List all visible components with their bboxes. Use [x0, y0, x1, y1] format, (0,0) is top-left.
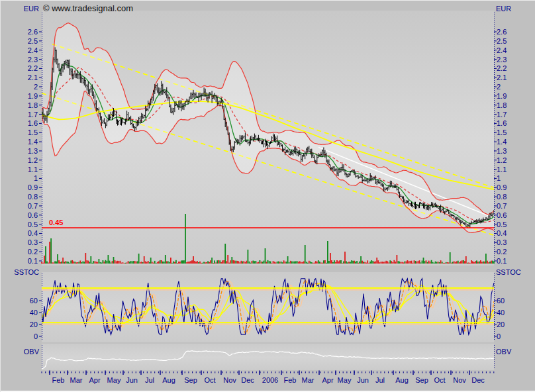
copyright-text: © www.tradesignal.com [43, 3, 133, 13]
x-axis-label-jul: Jul [145, 376, 154, 385]
price-ytick-label-right: 0.2 [497, 247, 507, 256]
price-ytick-label-right: 0.1 [497, 256, 507, 266]
sstoc-ytick-label-right: 60 [497, 296, 505, 305]
price-ytick-label-right: 1.1 [497, 165, 507, 174]
sstoc-ytick-label-left: 60 [14, 296, 38, 305]
sstoc-panel-label-right: SSTOC [496, 268, 521, 277]
price-ytick-label-right: 2 [497, 82, 501, 91]
x-axis-label-2006: 2006 [262, 376, 278, 385]
price-ytick-label-right: 1.2 [497, 156, 507, 165]
x-axis-label-nov: Nov [223, 376, 236, 385]
x-axis-label-mar: Mar [302, 376, 315, 385]
price-ytick-label-left: 0.6 [14, 211, 38, 220]
price-ytick-label-left: 1.4 [14, 137, 38, 146]
x-axis-label-dec: Dec [241, 376, 254, 385]
support-level-label: 0.45 [49, 219, 63, 226]
x-axis-label-mar: Mar [70, 376, 83, 385]
sstoc-ytick-label-right: 40 [497, 308, 505, 317]
price-ytick-label-right: 2.6 [497, 27, 507, 36]
price-ytick-label-right: 0.4 [497, 228, 507, 238]
price-ytick-label-left: 2 [14, 82, 38, 91]
x-axis-label-sep: Sep [184, 376, 197, 385]
sstoc-ytick-label-right: 0 [497, 332, 501, 341]
obv-panel-label-left: OBV [7, 348, 39, 356]
price-ytick-label-right: 1.3 [497, 146, 507, 156]
x-axis-label-apr: Apr [89, 376, 100, 385]
price-ytick-label-left: 1.9 [14, 91, 38, 101]
sstoc-ytick-label-left: 40 [14, 308, 38, 317]
price-ytick-label-left: 1 [14, 173, 38, 183]
price-ytick-label-right: 0.6 [497, 211, 507, 220]
price-ytick-label-left: 1.5 [14, 128, 38, 137]
price-ytick-label-right: 0.7 [497, 201, 507, 211]
price-ytick-label-right: 1.6 [497, 119, 507, 128]
price-ytick-label-right: 0.5 [497, 220, 507, 229]
price-ytick-label-left: 0.9 [14, 183, 38, 192]
x-axis-label-feb: Feb [284, 376, 297, 385]
price-ytick-label-right: 1.4 [497, 137, 507, 146]
price-ytick-label-left: 0.2 [14, 247, 38, 256]
obv-panel-bg [42, 344, 494, 370]
price-ytick-label-left: 1.2 [14, 156, 38, 165]
price-ytick-label-right: 1 [497, 173, 501, 183]
x-axis-label-oct: Oct [434, 376, 445, 385]
price-ytick-label-right: 2.5 [497, 36, 507, 46]
x-axis-label-aug: Aug [395, 376, 409, 385]
x-axis-label-apr: Apr [322, 376, 333, 385]
price-ytick-label-left: 1.6 [14, 119, 38, 128]
price-unit-label-right: EUR [496, 5, 511, 13]
price-ytick-label-right: 0.9 [497, 183, 507, 192]
price-ytick-label-left: 0.1 [14, 256, 38, 266]
sstoc-ytick-label-right: 20 [497, 320, 505, 329]
x-axis-label-jun: Jun [357, 376, 369, 385]
price-ytick-label-left: 0.4 [14, 228, 38, 238]
price-ytick-label-left: 0.3 [14, 238, 38, 247]
sstoc-panel-label-left: SSTOC [7, 268, 39, 277]
price-ytick-label-left: 1.3 [14, 146, 38, 156]
price-ytick-label-right: 1.9 [497, 91, 507, 101]
price-ytick-label-left: 0.8 [14, 192, 38, 201]
x-axis-label-may: May [338, 376, 352, 385]
x-axis-label-jul: Jul [375, 376, 385, 385]
price-ytick-label-left: 1.1 [14, 165, 38, 174]
price-ytick-label-right: 2.2 [497, 64, 507, 73]
price-ytick-label-left: 1.8 [14, 101, 38, 110]
tradesignal-chart-window: EUR © www.tradesignal.com EUR SSTOC SSTO… [0, 0, 535, 392]
price-ytick-label-left: 2.4 [14, 46, 38, 55]
x-axis-label-dec: Dec [471, 376, 485, 385]
price-ytick-label-right: 1.5 [497, 128, 507, 137]
price-ytick-label-left: 0.7 [14, 201, 38, 211]
price-ytick-label-right: 2.3 [497, 55, 507, 64]
price-ytick-label-right: 1.8 [497, 101, 507, 110]
price-ytick-label-left: 2.6 [14, 27, 38, 36]
x-axis-label-feb: Feb [52, 376, 65, 385]
price-ytick-label-left: 2.1 [14, 73, 38, 82]
x-axis-label-oct: Oct [204, 376, 215, 385]
sstoc-ytick-label-left: 0 [14, 332, 38, 341]
price-ytick-label-left: 1.7 [14, 110, 38, 119]
chart-canvas[interactable] [1, 1, 535, 392]
price-ytick-label-left: 2.2 [14, 64, 38, 73]
x-axis-label-nov: Nov [453, 376, 466, 385]
x-axis-label-aug: Aug [162, 376, 175, 385]
obv-panel-label-right: OBV [496, 348, 511, 356]
price-ytick-label-left: 2.5 [14, 36, 38, 46]
price-ytick-label-right: 2.1 [497, 73, 507, 82]
price-ytick-label-right: 0.3 [497, 238, 507, 247]
sstoc-ytick-label-left: 20 [14, 320, 38, 329]
price-ytick-label-left: 2.3 [14, 55, 38, 64]
x-axis-label-jun: Jun [126, 376, 138, 385]
price-ytick-label-right: 0.8 [497, 192, 507, 201]
price-unit-label-left: EUR [18, 5, 39, 13]
price-ytick-label-left: 0.5 [14, 220, 38, 229]
x-axis-label-may: May [107, 376, 121, 385]
price-ytick-label-right: 2.4 [497, 46, 507, 55]
x-axis-label-sep: Sep [415, 376, 428, 385]
price-ytick-label-right: 1.7 [497, 110, 507, 119]
